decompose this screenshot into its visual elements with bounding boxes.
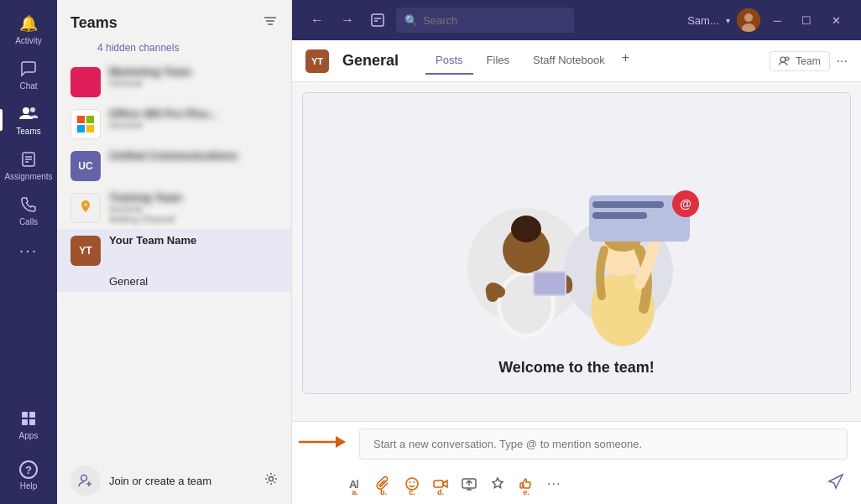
chevron-down-icon: ▾ — [726, 16, 730, 25]
sidebar-header: Teams — [57, 0, 291, 39]
compose-button[interactable] — [366, 8, 389, 32]
welcome-illustration: @ — [442, 174, 711, 359]
svg-point-29 — [785, 57, 789, 60]
tab-posts[interactable]: Posts — [425, 47, 473, 75]
team-sub-microsoft: General — [109, 120, 264, 130]
top-bar: ← → 🔍 Sam... ▾ ─ ☐ ✕ — [292, 0, 861, 40]
tab-staff-notebook[interactable]: Staff Notebook — [523, 47, 615, 75]
join-team-icon — [70, 465, 101, 496]
format-badge: a. — [352, 488, 358, 496]
welcome-card: @ Welcome to the team! — [302, 92, 851, 394]
team-avatar-text-your-team: YT — [79, 245, 91, 257]
svg-rect-8 — [22, 419, 28, 425]
team-item-training[interactable]: Training Team General Adding Channel ··· — [57, 186, 291, 229]
team-avatar-training — [70, 193, 101, 223]
search-icon: 🔍 — [404, 14, 418, 27]
svg-point-51 — [410, 481, 411, 483]
rail-item-teams[interactable]: Teams — [0, 97, 57, 143]
main-area: ← → 🔍 Sam... ▾ ─ ☐ ✕ — [292, 0, 861, 504]
like-button[interactable]: e. — [514, 473, 539, 495]
apps-icon — [18, 408, 39, 429]
more-toolbar-icon: ··· — [547, 476, 561, 491]
arrow-indicator — [299, 432, 349, 457]
hidden-channels[interactable]: 4 hidden channels — [57, 39, 291, 60]
channel-item-general[interactable]: General — [57, 271, 291, 292]
top-bar-right: Sam... ▾ ─ ☐ ✕ — [687, 8, 848, 32]
rail-item-chat[interactable]: Chat — [0, 52, 57, 97]
team-button[interactable]: Team — [770, 51, 829, 71]
team-item-your-team[interactable]: YT Your Team Name ··· — [57, 229, 291, 271]
rail-item-more[interactable]: ··· — [0, 233, 57, 267]
screen-share-button[interactable] — [457, 473, 482, 495]
header-right: Team ··· — [770, 51, 848, 71]
emoji-button[interactable]: c. — [399, 473, 425, 495]
content-area: @ Welcome to the team! — [292, 82, 861, 421]
filter-icon[interactable] — [263, 13, 278, 32]
team-info-microsoft: Office 365 Pro Plus... General — [109, 107, 264, 130]
close-button[interactable]: ✕ — [825, 11, 848, 30]
rail-item-calls[interactable]: Calls — [0, 188, 57, 233]
svg-rect-22 — [372, 14, 384, 26]
sidebar: Teams 4 hidden channels Marketing Team G… — [57, 0, 292, 504]
rail-label-teams: Teams — [16, 127, 40, 136]
team-info-your-team: Your Team Name — [109, 234, 264, 247]
channel-avatar: YT — [305, 49, 329, 73]
team-name-uc: Unified Communications — [109, 149, 264, 162]
format-button[interactable]: A a. — [342, 473, 368, 495]
meet-button[interactable]: d. — [428, 473, 453, 495]
sidebar-title: Teams — [70, 14, 117, 32]
tab-files[interactable]: Files — [477, 47, 519, 75]
team-sub-marketing: General — [109, 78, 264, 88]
rail-label-apps: Apps — [19, 431, 39, 440]
assignments-icon — [18, 149, 39, 169]
add-tab-button[interactable]: + — [618, 47, 633, 75]
left-rail: 🔔 Activity Chat Teams — [0, 0, 57, 504]
rail-item-help[interactable]: ? Help — [0, 454, 57, 497]
search-wrap: 🔍 — [396, 8, 681, 33]
team-avatar-your-team: YT — [70, 236, 101, 266]
team-avatar-marketing — [70, 67, 101, 97]
svg-rect-16 — [77, 125, 85, 132]
gear-icon[interactable] — [264, 472, 278, 489]
rail-item-apps[interactable]: Apps — [0, 402, 57, 447]
avatar[interactable] — [737, 8, 760, 32]
rail-label-calls: Calls — [19, 217, 38, 226]
attach-badge: b. — [380, 488, 387, 496]
search-input[interactable] — [396, 8, 574, 33]
send-button[interactable] — [824, 470, 848, 497]
svg-rect-9 — [29, 419, 35, 425]
welcome-title: Welcome to the team! — [498, 359, 655, 377]
svg-rect-43 — [592, 201, 664, 208]
help-icon: ? — [19, 460, 38, 479]
more-toolbar-button[interactable]: ··· — [542, 473, 566, 495]
join-team-section[interactable]: Join or create a team — [57, 457, 291, 504]
user-name: Sam... — [687, 14, 719, 27]
team-item-uc[interactable]: UC Unified Communications ··· — [57, 144, 291, 186]
back-button[interactable]: ← — [305, 8, 329, 32]
maximize-button[interactable]: ☐ — [795, 11, 818, 30]
minimize-button[interactable]: ─ — [767, 11, 788, 30]
team-info-marketing: Marketing Team General — [109, 65, 264, 88]
team-avatar-microsoft — [70, 109, 101, 139]
attach-button[interactable]: b. — [371, 473, 396, 495]
more-icon: ··· — [18, 240, 39, 260]
svg-point-52 — [414, 481, 415, 483]
team-avatar-text-uc: UC — [78, 160, 92, 172]
more-options-button[interactable]: ··· — [837, 54, 848, 69]
message-input-row — [292, 422, 861, 466]
message-input-field[interactable] — [359, 429, 848, 460]
rail-item-assignments[interactable]: Assignments — [0, 143, 57, 188]
rail-item-activity[interactable]: 🔔 Activity — [0, 7, 57, 52]
svg-rect-53 — [434, 481, 443, 487]
team-item-marketing[interactable]: Marketing Team General ··· — [57, 60, 291, 102]
team-item-microsoft[interactable]: Office 365 Pro Plus... General ··· — [57, 102, 291, 144]
svg-text:@: @ — [680, 197, 691, 210]
team-sub2-training: Adding Channel — [109, 214, 264, 224]
svg-rect-38 — [535, 273, 565, 294]
svg-rect-15 — [86, 116, 94, 123]
svg-rect-17 — [86, 125, 94, 132]
praise-button[interactable] — [485, 473, 510, 495]
chat-icon — [18, 59, 39, 79]
team-name-your-team: Your Team Name — [109, 234, 264, 247]
forward-button[interactable]: → — [336, 8, 359, 32]
